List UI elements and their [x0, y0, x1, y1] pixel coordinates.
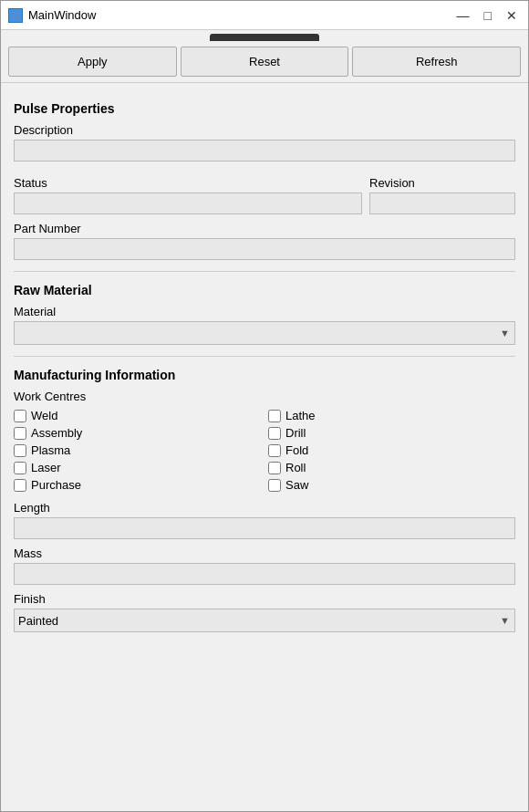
assembly-checkbox[interactable]: [14, 427, 26, 440]
assembly-label: Assembly: [31, 426, 82, 440]
title-bar: MainWindow — □ ✕: [1, 1, 528, 30]
length-label: Length: [14, 501, 515, 515]
checkboxes-grid: Weld Lathe Assembly Drill Plasma Fol: [14, 409, 515, 492]
weld-checkbox[interactable]: [14, 410, 26, 422]
material-label: Material: [14, 305, 515, 318]
raw-material-title: Raw Material: [14, 283, 515, 297]
close-button[interactable]: ✕: [503, 9, 521, 22]
finish-label: Finish: [14, 592, 515, 606]
checkbox-drill: Drill: [268, 426, 515, 440]
description-label: Description: [14, 123, 515, 137]
app-icon: [8, 8, 23, 23]
plasma-label: Plasma: [31, 443, 70, 457]
material-select[interactable]: Steel Aluminium Stainless Steel Plastic: [14, 321, 515, 345]
divider-1: [14, 271, 515, 272]
length-input[interactable]: [14, 517, 515, 539]
divider-2: [14, 356, 515, 357]
saw-checkbox[interactable]: [268, 479, 281, 492]
saw-label: Saw: [285, 478, 308, 492]
checkbox-purchase: Purchase: [14, 478, 261, 492]
finish-select-wrapper: Painted Galvanised Powder Coated Raw Ano…: [14, 609, 515, 632]
title-controls: — □ ✕: [453, 9, 521, 22]
window-title: MainWindow: [28, 8, 96, 22]
revision-input[interactable]: [369, 193, 515, 214]
material-select-wrapper: Steel Aluminium Stainless Steel Plastic …: [14, 321, 515, 345]
maximize-button[interactable]: □: [481, 9, 495, 22]
laser-label: Laser: [31, 461, 61, 474]
content-area: Pulse Properties Description Status Revi…: [1, 83, 528, 641]
checkbox-assembly: Assembly: [14, 426, 261, 440]
apply-button[interactable]: Apply: [8, 47, 177, 77]
description-input[interactable]: [14, 140, 515, 161]
purchase-checkbox[interactable]: [14, 479, 26, 492]
drill-checkbox[interactable]: [268, 427, 281, 440]
fold-checkbox[interactable]: [268, 444, 281, 457]
roll-checkbox[interactable]: [268, 462, 281, 474]
refresh-button[interactable]: Refresh: [352, 47, 521, 77]
checkbox-plasma: Plasma: [14, 443, 261, 457]
checkbox-weld: Weld: [14, 409, 261, 422]
checkbox-fold: Fold: [268, 443, 515, 457]
weld-label: Weld: [31, 409, 57, 422]
checkbox-roll: Roll: [268, 461, 515, 474]
finish-select[interactable]: Painted Galvanised Powder Coated Raw Ano…: [14, 609, 515, 632]
pulse-properties-title: Pulse Properties: [14, 101, 515, 116]
laser-checkbox[interactable]: [14, 462, 26, 474]
minimize-button[interactable]: —: [453, 9, 473, 22]
status-input[interactable]: [14, 193, 362, 214]
checkbox-laser: Laser: [14, 461, 261, 474]
roll-label: Roll: [285, 461, 306, 474]
revision-group: Revision: [369, 169, 515, 214]
active-tab[interactable]: [210, 34, 319, 41]
work-centres-label: Work Centres: [14, 390, 515, 403]
mass-label: Mass: [14, 547, 515, 560]
lathe-checkbox[interactable]: [268, 410, 281, 422]
mass-input[interactable]: [14, 563, 515, 585]
checkbox-saw: Saw: [268, 478, 515, 492]
lathe-label: Lathe: [285, 409, 316, 422]
status-label: Status: [14, 176, 362, 190]
reset-button[interactable]: Reset: [181, 47, 349, 77]
toolbar: Apply Reset Refresh: [1, 41, 528, 83]
title-bar-left: MainWindow: [8, 8, 96, 23]
tab-bar: [1, 30, 528, 41]
manufacturing-title: Manufacturing Information: [14, 368, 515, 382]
plasma-checkbox[interactable]: [14, 444, 26, 457]
part-number-input[interactable]: [14, 238, 515, 260]
revision-label: Revision: [369, 176, 515, 190]
part-number-label: Part Number: [14, 222, 515, 235]
purchase-label: Purchase: [31, 478, 81, 492]
checkbox-lathe: Lathe: [268, 409, 515, 422]
main-window: MainWindow — □ ✕ Apply Reset Refresh Pul…: [0, 0, 529, 812]
fold-label: Fold: [285, 443, 308, 457]
drill-label: Drill: [285, 426, 306, 440]
status-group: Status: [14, 169, 362, 214]
